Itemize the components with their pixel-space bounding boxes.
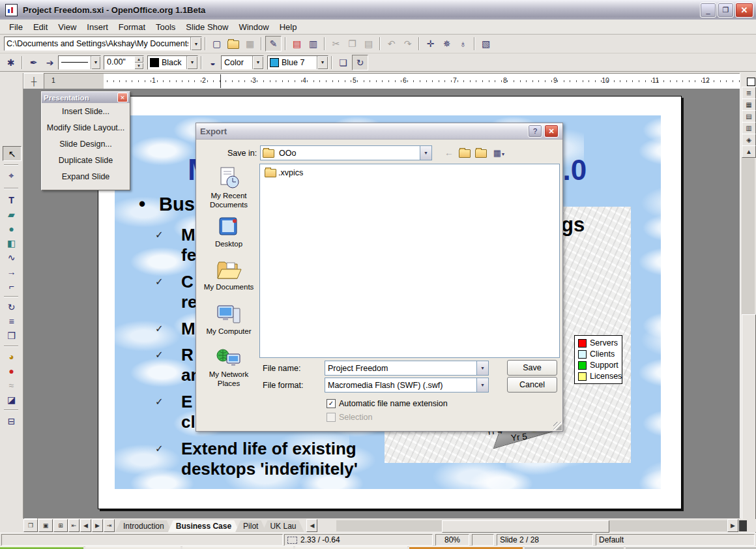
tab-uk-lau[interactable]: UK Lau (262, 520, 304, 532)
mode-button-3[interactable]: ⊞ (53, 519, 68, 532)
arrange-tool-icon[interactable]: ❒ (3, 329, 20, 342)
lines-arrows-tool-icon[interactable]: → (3, 265, 20, 278)
menu-help[interactable]: Help (274, 21, 302, 33)
interaction-tool-icon[interactable]: ≈ (3, 378, 20, 392)
menu-tools[interactable]: Tools (151, 21, 181, 33)
3d-objects-tool-icon[interactable]: ◧ (3, 236, 20, 250)
fill-type-select[interactable]: Color ▼ (221, 55, 264, 70)
copy-icon[interactable]: ❐ (345, 37, 360, 51)
shadow-icon[interactable]: ❏ (336, 55, 351, 70)
view-menu-dropdown-icon[interactable]: ▼ (500, 148, 506, 160)
last-slide-button[interactable]: ⇥ (104, 519, 115, 532)
line-width-down-icon[interactable]: ▼ (134, 63, 143, 69)
vertical-scrollbar[interactable] (742, 158, 755, 518)
edit-points-icon[interactable]: ✱ (3, 55, 18, 70)
fill-can-icon[interactable]: ◒ (205, 55, 220, 70)
menu-format[interactable]: Format (113, 21, 151, 33)
rotation-mode-icon[interactable]: ↻ (352, 55, 368, 70)
menu-slideshow[interactable]: Slide Show (181, 21, 233, 33)
status-zoom-field[interactable]: 80% (435, 534, 469, 546)
place-desktop[interactable]: Desktop (201, 216, 256, 248)
tab-scroll-left-button[interactable]: ◀ (306, 519, 317, 532)
zoom-tool-icon[interactable]: ⌖ (3, 169, 20, 183)
autopilot-icon[interactable]: ✵ (439, 37, 454, 51)
save-icon[interactable]: ▦ (242, 37, 257, 51)
slide-bullet-text[interactable]: Busi (159, 195, 200, 214)
edit-file-icon[interactable]: ✎ (265, 36, 282, 52)
slide-text-item[interactable]: M (181, 319, 196, 339)
line-width-stepper[interactable]: 0.00" ▲ ▼ (104, 55, 144, 70)
line-color-select[interactable]: Black ▼ (147, 55, 198, 70)
export-pdf-icon[interactable]: ▤ (289, 37, 304, 51)
select-tool-icon[interactable]: ↖ (3, 146, 22, 161)
slide-text-item[interactable]: Extend life of existingdesktops 'indefin… (181, 439, 358, 479)
mode-button-2[interactable]: ▣ (38, 519, 53, 532)
line-width-value[interactable]: 0.00" (104, 56, 134, 69)
minimize-button[interactable]: _ (700, 3, 716, 18)
file-name-dropdown-icon[interactable]: ▼ (476, 361, 488, 375)
print-icon[interactable]: ▥ (306, 37, 321, 51)
expand-slide-item[interactable]: Expand Slide (42, 168, 130, 185)
slideshow-button[interactable]: ◈ (742, 134, 756, 146)
alignment-tool-icon[interactable]: ≡ (3, 314, 20, 328)
navigator-icon[interactable]: ✛ (423, 37, 438, 51)
scroll-right-button[interactable]: ▶ (727, 519, 738, 532)
pen-icon[interactable]: ✒ (26, 55, 41, 70)
open-icon[interactable] (225, 37, 241, 51)
place-my-network-places[interactable]: My Network Places (201, 348, 256, 389)
curve-tool-icon[interactable]: ∿ (3, 250, 20, 264)
horizontal-scrollbar-thumb[interactable] (442, 520, 609, 533)
save-in-select[interactable]: OOo ▼ (260, 145, 432, 160)
place-my-computer[interactable]: My Computer (201, 303, 256, 336)
effects-tool-icon[interactable]: ● (3, 364, 20, 378)
file-name-input[interactable] (325, 364, 476, 373)
menu-insert[interactable]: Insert (81, 21, 113, 33)
taskbar-button[interactable] (626, 546, 756, 549)
tab-pilot[interactable]: Pilot (235, 520, 266, 532)
tab-introduction[interactable]: Introduction (115, 520, 172, 532)
back-icon[interactable]: ← (443, 147, 456, 158)
first-slide-button[interactable]: ⇤ (68, 519, 80, 532)
taskbar-button[interactable] (409, 546, 523, 549)
dialog-help-button[interactable]: ? (528, 125, 542, 138)
url-input[interactable] (5, 39, 190, 48)
taskbar-button[interactable] (525, 546, 624, 549)
redo-icon[interactable]: ↷ (400, 37, 415, 51)
new-document-icon[interactable]: ▢ (209, 37, 224, 51)
file-name-combobox[interactable]: ▼ (325, 361, 489, 376)
line-width-up-icon[interactable]: ▲ (134, 56, 143, 63)
insert-tool-icon[interactable]: ◕ (3, 349, 20, 363)
auto-extension-checkbox[interactable]: ✓ (327, 399, 336, 408)
taskbar-button[interactable] (0, 546, 83, 549)
scroll-up-button[interactable]: ▲ (742, 145, 756, 158)
menu-window[interactable]: Window (233, 21, 274, 33)
slides-view-button[interactable]: ▦ (742, 98, 756, 111)
file-format-dropdown-icon[interactable]: ▼ (476, 378, 488, 392)
presentation-panel-close-icon[interactable]: ✕ (117, 93, 128, 102)
undo-icon[interactable]: ↶ (384, 37, 399, 51)
place-recent-documents[interactable]: My Recent Documents (201, 166, 256, 210)
slide-text-item[interactable]: Cre (181, 272, 197, 312)
url-combobox[interactable]: ▼ (4, 37, 202, 51)
horizontal-ruler[interactable]: 1 1 2 3 4 5 6 7 8 9 10 11 12 (44, 73, 741, 89)
dialog-close-button[interactable]: ✕ (544, 125, 559, 138)
new-folder-icon[interactable] (474, 147, 487, 158)
menu-view[interactable]: View (53, 21, 81, 33)
scrollbar-splitter[interactable] (739, 520, 747, 531)
notes-view-button[interactable]: ▤ (742, 110, 756, 123)
presentation-panel-titlebar[interactable]: Presentation ✕ (42, 92, 130, 103)
url-dropdown-icon[interactable]: ▼ (190, 37, 201, 50)
duplicate-slide-item[interactable]: Duplicate Slide (42, 152, 130, 168)
connector-tool-icon[interactable]: ⌐ (3, 279, 20, 293)
restore-button[interactable]: ❐ (718, 3, 734, 18)
close-button[interactable]: ✕ (735, 3, 753, 18)
up-one-level-icon[interactable] (458, 147, 471, 158)
vertical-scrollbar-thumb[interactable] (742, 314, 756, 549)
presentation-box-tool-icon[interactable]: ⊟ (3, 414, 20, 428)
file-format-select[interactable]: Macromedia Flash (SWF) (.swf) ▼ (325, 378, 489, 393)
text-tool-icon[interactable]: T (3, 193, 20, 207)
line-style-dropdown-icon[interactable]: ▼ (91, 56, 100, 69)
fill-color-dropdown-icon[interactable]: ▼ (317, 56, 328, 69)
fill-type-dropdown-icon[interactable]: ▼ (252, 56, 263, 69)
outline-view-button[interactable]: ≣ (742, 87, 756, 99)
